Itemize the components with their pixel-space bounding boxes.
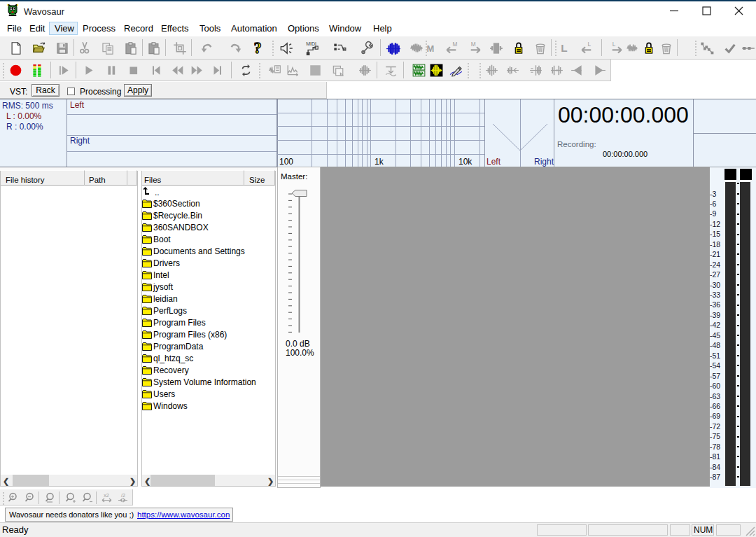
svg-text:MIDI: MIDI bbox=[306, 41, 316, 46]
svg-text:L: L bbox=[612, 41, 616, 48]
svg-text:/2: /2 bbox=[121, 493, 125, 498]
svg-text:M: M bbox=[471, 41, 476, 48]
svg-text:L: L bbox=[588, 41, 592, 48]
svg-text:M: M bbox=[453, 41, 458, 48]
svg-text:M: M bbox=[427, 43, 435, 54]
svg-text:L: L bbox=[561, 42, 567, 54]
svg-text:x2: x2 bbox=[104, 493, 109, 498]
svg-text:?: ? bbox=[253, 39, 261, 57]
